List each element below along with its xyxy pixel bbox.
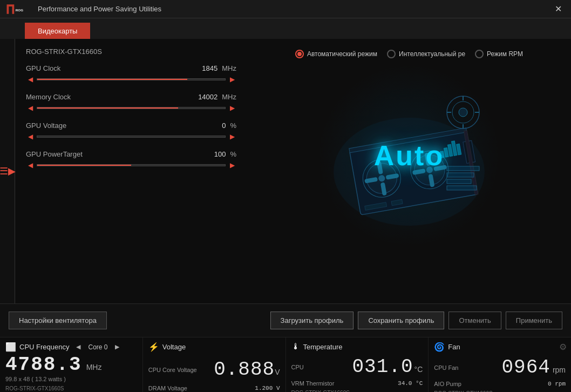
voltage-row-0-label: DRAM Voltage — [148, 385, 187, 391]
gpu-illustration: Auto — [317, 64, 501, 247]
memory-clock-value: 14002 — [198, 93, 217, 101]
rog-logo-icon: ROG — [5, 2, 32, 16]
fan-section: 🌀 Fan CPU Fan 0964 rpm AIO Pump 0 rpm RO… — [429, 337, 571, 392]
svg-rect-39 — [447, 186, 477, 190]
temperature-main-label: CPU — [291, 364, 304, 370]
tab-videocards[interactable]: Видеокарты — [25, 23, 90, 39]
svg-point-31 — [459, 108, 467, 117]
temperature-header: 🌡 Temperature — [291, 342, 423, 352]
fan-row-0-value: 0 rpm — [548, 381, 566, 387]
memory-clock-track[interactable] — [37, 107, 226, 109]
gpu-clock-left-arrow[interactable]: ◀ — [26, 76, 35, 83]
gpu-powertarget-fill — [37, 165, 131, 166]
main-content: ☰▶ ROG-STRIX-GTX1660S GPU Clock 1845 MHz… — [0, 39, 571, 303]
memory-clock-left-arrow[interactable]: ◀ — [26, 104, 35, 112]
load-profile-button[interactable]: Загрузить профиль — [270, 312, 354, 329]
gpu-clock-label: GPU Clock — [26, 64, 60, 72]
gpu-voltage-right-arrow[interactable]: ▶ — [228, 133, 236, 140]
gpu-clock-fill — [37, 79, 187, 80]
fan-header: 🌀 Fan — [434, 342, 566, 352]
cpu-core-prev[interactable]: ◀ — [74, 343, 82, 350]
fan-mode-auto[interactable]: Автоматический режим — [295, 50, 377, 58]
voltage-big-value: 0.888 — [214, 359, 275, 381]
cpu-device-label: ROG-STRIX-GTX1660S — [5, 386, 137, 391]
gpu-voltage-slider: ◀ ▶ — [26, 133, 236, 140]
fan-big-value-row: 0964 rpm — [501, 356, 566, 379]
sidebar-arrow-icon: ☰▶ — [0, 165, 16, 177]
voltage-row-0-value: 1.200 V — [255, 385, 280, 391]
cpu-frequency-section: ⬜ CPU Frequency ◀ Core 0 ▶ 4788.3 MHz 99… — [0, 337, 143, 392]
gpu-voltage-track[interactable] — [37, 136, 226, 138]
fan-title: Fan — [448, 343, 460, 351]
gpu-powertarget-left-arrow[interactable]: ◀ — [26, 161, 35, 169]
temperature-icon: 🌡 — [291, 342, 300, 352]
temperature-device-label: ROG-STRIX-GTX1660S — [291, 390, 423, 392]
temperature-main-row: CPU 031.0 °C — [291, 355, 423, 379]
fan-big-unit: rpm — [553, 366, 566, 374]
app-title: Performance and Power Saving Utilities — [38, 5, 161, 13]
svg-text:ROG: ROG — [16, 8, 23, 11]
memory-clock-right-arrow[interactable]: ▶ — [228, 104, 236, 112]
svg-rect-37 — [447, 173, 474, 177]
cpu-big-value-row: 4788.3 MHz — [5, 355, 137, 375]
sidebar-toggle[interactable]: ☰▶ — [0, 39, 15, 303]
gpu-clock-right-arrow[interactable]: ▶ — [228, 76, 236, 83]
svg-line-10 — [367, 179, 376, 181]
settings-gear-icon[interactable]: ⚙ — [559, 342, 567, 352]
temperature-section: 🌡 Temperature CPU 031.0 °C VRM Thermisto… — [286, 337, 429, 392]
gpu-voltage-unit: % — [230, 121, 236, 130]
cpu-frequency-unit: MHz — [86, 363, 102, 371]
tab-bar: Видеокарты — [0, 18, 571, 39]
memory-clock-unit: MHz — [222, 93, 236, 101]
cpu-frequency-value: 4788.3 — [5, 355, 82, 375]
cpu-core-next[interactable]: ▶ — [113, 343, 121, 350]
fan-row-0-label: AIO Pump — [434, 381, 461, 387]
cpu-core-label: Core 0 — [84, 343, 111, 351]
cpu-frequency-title: CPU Frequency — [19, 343, 69, 351]
gpu-powertarget-right-arrow[interactable]: ▶ — [228, 161, 236, 169]
voltage-main-label: CPU Core Voltage — [148, 367, 197, 373]
svg-rect-36 — [447, 166, 479, 171]
voltage-big-unit: V — [275, 368, 280, 376]
fan-mode-rpm-label: Режим RPM — [487, 50, 523, 58]
apply-button[interactable]: Применить — [506, 312, 562, 329]
gpu-voltage-left-arrow[interactable]: ◀ — [26, 133, 35, 140]
gpu-clock-value: 1845 — [202, 64, 217, 72]
voltage-icon: ⚡ — [148, 342, 159, 352]
fan-mode-row: Автоматический режим Интеллектуальный ре… — [258, 50, 560, 58]
gpu-clock-unit: MHz — [222, 64, 236, 72]
voltage-section: ⚡ Voltage CPU Core Voltage 0.888 V DRAM … — [143, 337, 286, 392]
fan-mode-auto-label: Автоматический режим — [307, 50, 377, 58]
temperature-row-0-value: 34.0 °C — [398, 380, 423, 387]
gpu-powertarget-unit: % — [230, 150, 236, 158]
close-button[interactable]: ✕ — [550, 2, 566, 17]
svg-line-11 — [388, 175, 397, 177]
fan-mode-auto-radio — [295, 50, 304, 58]
fan-main-label: CPU Fan — [434, 364, 458, 371]
cancel-button[interactable]: Отменить — [448, 312, 501, 329]
gpu-powertarget-label: GPU PowerTarget — [26, 150, 83, 158]
save-profile-button[interactable]: Сохранить профиль — [358, 312, 444, 329]
temperature-big-unit: °C — [414, 365, 423, 374]
fan-icon: 🌀 — [434, 342, 445, 352]
cpu-frequency-header: ⬜ CPU Frequency ◀ Core 0 ▶ — [5, 342, 137, 352]
gpu-voltage-label-row: GPU Voltage 0 % — [26, 121, 236, 130]
voltage-main-row: CPU Core Voltage 0.888 V — [148, 355, 280, 384]
memory-clock-slider: ◀ ▶ — [26, 104, 236, 112]
gpu-powertarget-track[interactable] — [37, 164, 226, 166]
gpu-name: ROG-STRIX-GTX1660S — [26, 48, 236, 56]
memory-clock-label: Memory Clock — [26, 93, 71, 101]
voltage-header: ⚡ Voltage — [148, 342, 280, 352]
gpu-voltage-value: 0 — [222, 121, 226, 130]
fan-settings-button[interactable]: Настройки вентилятора — [9, 312, 107, 329]
controls-panel: ROG-STRIX-GTX1660S GPU Clock 1845 MHz ◀ … — [15, 39, 247, 303]
title-bar-left: ROG Performance and Power Saving Utiliti… — [5, 2, 161, 16]
fan-mode-rpm[interactable]: Режим RPM — [475, 50, 523, 58]
gpu-powertarget-slider: ◀ ▶ — [26, 161, 236, 169]
gpu-clock-slider: ◀ ▶ — [26, 76, 236, 83]
gpu-clock-track[interactable] — [37, 78, 226, 80]
gpu-auto-text: Auto — [374, 139, 444, 172]
fan-mode-intelligent[interactable]: Интеллектуальный ре — [387, 50, 465, 58]
memory-clock-fill — [37, 107, 178, 109]
fan-big-value: 0964 — [501, 356, 550, 379]
